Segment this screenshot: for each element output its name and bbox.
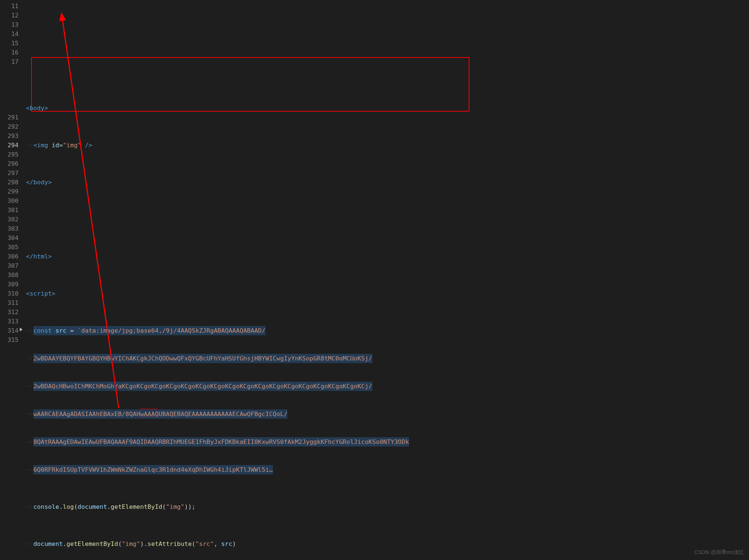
line-number: 302 (0, 215, 19, 224)
line-number: 310 (0, 289, 19, 298)
line-number: 12 (0, 11, 19, 20)
line-number: 293 (0, 131, 19, 141)
code-line[interactable]: </html> (26, 252, 749, 261)
fold-chevron-icon[interactable] (20, 328, 23, 332)
line-number: 294 (0, 141, 19, 150)
line-number: 303 (0, 224, 19, 233)
code-line[interactable]: ··<img id="img" /> (26, 141, 749, 150)
line-number: 299 (0, 187, 19, 196)
line-number: 295 (0, 150, 19, 159)
line-number (0, 94, 19, 103)
line-number-gutter: 1112131415161729129229329429529629729829… (0, 0, 26, 560)
line-number: 292 (0, 122, 19, 131)
line-number: 291 (0, 113, 19, 122)
line-number: 14 (0, 29, 19, 39)
svg-line-0 (62, 19, 119, 408)
line-number: 306 (0, 252, 19, 261)
line-number: 15 (0, 39, 19, 48)
line-number: 297 (0, 168, 19, 178)
watermark: CSDN @雨季mo浅忆 (694, 548, 744, 557)
line-number: 296 (0, 159, 19, 168)
code-line[interactable]: ··console.log(document.getElementById("i… (26, 502, 749, 511)
line-number: 304 (0, 233, 19, 243)
line-number: 313 (0, 317, 19, 326)
line-number (0, 103, 19, 113)
line-number: 308 (0, 270, 19, 280)
line-number: 312 (0, 307, 19, 317)
code-area[interactable]: <body> ··<img id="img" /> </body> </html… (26, 0, 749, 560)
line-number: 11 (0, 1, 19, 11)
code-line[interactable]: ··wAARCAEAAgADASIAAhEBAxEB/8QAHwAAAQUBAQ… (26, 409, 749, 419)
line-number: 314 (0, 326, 19, 335)
line-number: 298 (0, 178, 19, 187)
line-number: 307 (0, 261, 19, 270)
line-number (0, 76, 19, 85)
line-number: 315 (0, 335, 19, 345)
code-line[interactable]: </body> (26, 178, 749, 187)
line-number: 17 (0, 57, 19, 66)
code-line[interactable] (26, 215, 749, 224)
code-line[interactable]: <body> (26, 103, 749, 113)
line-number: 13 (0, 20, 19, 29)
line-number: 16 (0, 48, 19, 57)
code-line[interactable]: <script> (26, 289, 749, 298)
line-number (0, 66, 19, 76)
code-line[interactable]: ··6Q0RFRkdISUpTVFVWV1hZWmNkZWZnaGlqc3R1d… (26, 465, 749, 474)
code-line[interactable]: ··const src = `data:image/jpg;base64,/9j… (26, 326, 749, 335)
line-number: 309 (0, 280, 19, 289)
code-line[interactable]: ··2wBDAAYEBQYFBAYGBQYHBwYIChAKCgkJChQODw… (26, 354, 749, 363)
code-line[interactable]: ··document.getElementById("img").setAttr… (26, 539, 749, 549)
code-editor[interactable]: 1112131415161729129229329429529629729829… (0, 0, 749, 560)
line-number: 311 (0, 298, 19, 307)
line-number (0, 85, 19, 94)
line-number: 300 (0, 196, 19, 205)
line-number: 301 (0, 205, 19, 215)
code-line[interactable]: ··8QAtRAAAgEDAwIEAwUFBAQAAAF9AQIDAAQRBRI… (26, 437, 749, 447)
line-number: 305 (0, 243, 19, 252)
code-line[interactable]: ··2wBDAQcHBwoIChMKChMoGhYaKCgoKCgoKCgoKC… (26, 382, 749, 391)
